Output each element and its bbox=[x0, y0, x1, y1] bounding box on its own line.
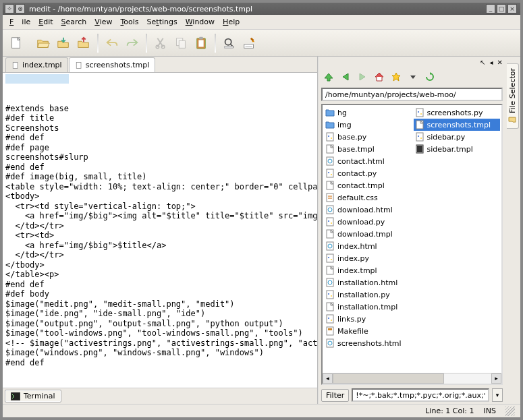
panel-close-icon[interactable]: ✕ bbox=[497, 59, 503, 66]
maximize-button[interactable]: □ bbox=[497, 4, 506, 13]
side-tabs: File Selector bbox=[505, 57, 520, 404]
file-item[interactable]: Makefile bbox=[324, 325, 411, 337]
save-as-icon[interactable] bbox=[74, 34, 93, 53]
open-file-icon[interactable] bbox=[34, 34, 53, 53]
file-item[interactable]: index.html bbox=[324, 240, 411, 252]
file-item[interactable]: sidebar.tmpl bbox=[414, 143, 501, 155]
file-item[interactable]: hg bbox=[324, 107, 411, 119]
replace-icon[interactable] bbox=[240, 34, 259, 53]
horizontal-scrollbar[interactable]: ◂▸ bbox=[323, 373, 501, 384]
go-forward-icon[interactable] bbox=[355, 69, 370, 84]
copy-icon[interactable] bbox=[171, 34, 190, 53]
file-item[interactable]: screenshots.html bbox=[324, 337, 411, 349]
file-item[interactable]: contact.html bbox=[324, 155, 411, 167]
file-item[interactable]: index.tmpl bbox=[324, 264, 411, 276]
svg-rect-9 bbox=[225, 46, 233, 48]
svg-point-40 bbox=[328, 293, 329, 295]
file-name: screenshots.py bbox=[427, 109, 483, 117]
svg-rect-46 bbox=[327, 327, 333, 335]
file-item[interactable]: screenshots.py bbox=[414, 107, 501, 119]
svg-point-21 bbox=[328, 172, 329, 173]
file-name: download.py bbox=[337, 218, 385, 227]
svg-point-44 bbox=[328, 318, 329, 319]
terminal-button[interactable]: Terminal bbox=[5, 390, 61, 402]
file-type-icon bbox=[325, 193, 335, 202]
svg-rect-27 bbox=[327, 218, 333, 226]
file-item[interactable]: default.css bbox=[324, 191, 411, 204]
file-item[interactable]: base.tmpl bbox=[324, 143, 411, 155]
file-name: index.html bbox=[337, 242, 377, 251]
refresh-icon[interactable] bbox=[422, 69, 437, 84]
file-item[interactable]: index.py bbox=[324, 252, 411, 264]
file-item[interactable]: contact.py bbox=[324, 167, 411, 179]
filter-dropdown-icon[interactable]: ▾ bbox=[492, 388, 503, 402]
file-item[interactable]: sidebar.py bbox=[414, 131, 501, 143]
file-item[interactable]: installation.html bbox=[324, 276, 411, 289]
bookmark-dropdown-icon[interactable] bbox=[406, 69, 420, 84]
svg-point-45 bbox=[331, 320, 332, 321]
file-type-icon bbox=[325, 132, 335, 142]
path-input[interactable] bbox=[321, 88, 503, 101]
file-name: links.py bbox=[337, 315, 366, 324]
menu-search[interactable]: Search bbox=[57, 16, 91, 28]
svg-rect-47 bbox=[328, 328, 332, 330]
menu-view[interactable]: View bbox=[90, 16, 116, 28]
save-icon[interactable] bbox=[54, 34, 73, 53]
minimize-button[interactable]: _ bbox=[486, 4, 495, 13]
file-item[interactable]: download.html bbox=[324, 204, 411, 216]
new-file-icon[interactable] bbox=[7, 34, 26, 53]
svg-rect-7 bbox=[199, 36, 203, 39]
file-item[interactable]: download.tmpl bbox=[324, 228, 411, 240]
file-item[interactable]: contact.tmpl bbox=[324, 179, 411, 191]
file-item[interactable]: installation.py bbox=[324, 289, 411, 301]
file-name: base.py bbox=[337, 133, 366, 142]
svg-point-15 bbox=[328, 136, 329, 137]
go-home-icon[interactable] bbox=[372, 69, 387, 84]
file-selector-tab[interactable]: File Selector bbox=[507, 63, 519, 129]
file-item[interactable]: base.py bbox=[324, 131, 411, 143]
text-editor[interactable]: #extends base #def title Screenshots #en… bbox=[3, 73, 317, 388]
find-icon[interactable] bbox=[220, 34, 239, 53]
resize-grip[interactable] bbox=[505, 407, 515, 416]
file-type-icon bbox=[325, 326, 335, 336]
file-item[interactable]: screenshots.tmpl bbox=[414, 119, 501, 131]
file-item[interactable]: img bbox=[324, 119, 411, 131]
svg-point-34 bbox=[328, 257, 329, 258]
window-pin-icon[interactable]: ⊗ bbox=[16, 4, 25, 13]
file-item[interactable]: installation.tmpl bbox=[324, 301, 411, 313]
file-item[interactable]: download.py bbox=[324, 216, 411, 228]
filter-button[interactable]: Filter bbox=[321, 389, 349, 402]
file-name: installation.html bbox=[337, 278, 397, 287]
bookmark-icon[interactable] bbox=[389, 69, 404, 84]
window-menu-icon[interactable]: ✧ bbox=[5, 4, 14, 13]
menu-file[interactable]: File bbox=[5, 16, 34, 28]
undo-icon[interactable] bbox=[103, 34, 121, 53]
panel-detach-icon[interactable]: ↖ bbox=[480, 59, 485, 66]
paste-icon[interactable] bbox=[192, 34, 211, 53]
file-name: img bbox=[337, 121, 352, 129]
doctab-index[interactable]: index.tmpl bbox=[5, 57, 68, 72]
filter-input[interactable] bbox=[352, 388, 489, 402]
file-name: sidebar.tmpl bbox=[427, 145, 473, 154]
redo-icon[interactable] bbox=[123, 34, 142, 53]
file-name: hg bbox=[337, 109, 347, 117]
close-window-button[interactable]: × bbox=[507, 4, 517, 13]
file-name: Makefile bbox=[337, 327, 368, 336]
menu-window[interactable]: Window bbox=[182, 16, 219, 28]
file-type-icon bbox=[325, 302, 335, 311]
go-up-icon[interactable] bbox=[321, 69, 336, 84]
file-item[interactable]: links.py bbox=[324, 313, 411, 325]
doctab-screenshots[interactable]: screenshots.tmpl bbox=[69, 57, 156, 72]
menu-edit[interactable]: Edit bbox=[34, 16, 57, 28]
menu-settings[interactable]: Settings bbox=[143, 16, 182, 28]
file-type-icon bbox=[325, 241, 335, 251]
cut-icon[interactable] bbox=[151, 34, 170, 53]
terminal-label: Terminal bbox=[24, 392, 55, 400]
go-back-icon[interactable] bbox=[338, 69, 353, 84]
file-type-icon bbox=[325, 253, 335, 263]
file-list[interactable]: hgimgbase.pybase.tmplcontact.htmlcontact… bbox=[323, 105, 501, 373]
menu-tools[interactable]: Tools bbox=[116, 16, 142, 28]
svg-point-8 bbox=[225, 38, 231, 44]
menu-help[interactable]: Help bbox=[219, 16, 244, 28]
panel-left-icon[interactable]: ◂ bbox=[490, 59, 493, 66]
